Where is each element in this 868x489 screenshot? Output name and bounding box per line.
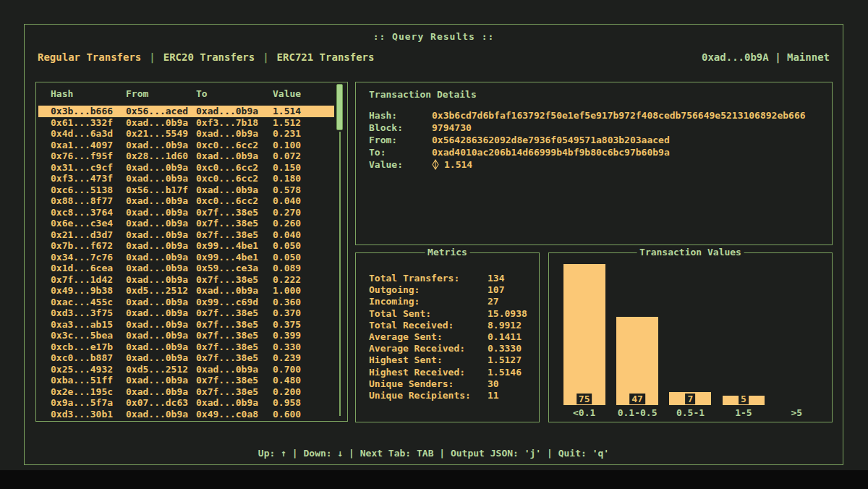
table-cell: 0x31...c9cf [51, 162, 113, 174]
histogram-bar: 5 [723, 396, 765, 405]
table-cell: 0.239 [273, 352, 301, 364]
table-cell: 0x28...1d60 [126, 150, 188, 162]
table-cell: 0x7f...38e5 [196, 375, 258, 386]
table-row[interactable]: 0xba...51ff0xad...0b9a0x7f...38e50.480 [38, 375, 334, 386]
table-row[interactable]: 0xa1...40970xad...0b9a0xc0...6cc20.100 [38, 140, 334, 151]
table-row[interactable]: 0x34...7c760xad...0b9a0x99...4be10.050 [38, 252, 334, 263]
details-field-label: From: [369, 134, 432, 146]
tab-bar: Regular Transfers|ERC20 Transfers|ERC721… [38, 51, 830, 63]
table-cell: 0xac...455c [51, 297, 113, 308]
table-row[interactable]: 0x61...332f0xad...0b9a0xf3...7b181.512 [38, 117, 334, 129]
table-cell: 0xad...0b9a [126, 330, 188, 341]
scrollbar[interactable] [336, 84, 344, 416]
histogram-bar-value: 5 [739, 394, 749, 404]
table-cell: 0xc8...3764 [51, 207, 113, 218]
tab-erc20-transfers[interactable]: ERC20 Transfers [163, 51, 255, 63]
table-cell: 0.231 [273, 128, 301, 140]
metric-label: Incoming: [369, 296, 488, 307]
table-row[interactable]: 0xac...455c0xad...0b9a0x99...c69d0.360 [38, 297, 334, 308]
transfers-table-panel: Hash From To Value 0x3b...b6660x56...ace… [35, 82, 348, 422]
table-cell: 0x7f...38e5 [196, 341, 258, 353]
metric-row: Total Sent:15.0938 [369, 308, 533, 320]
table-cell: 0x2e...195c [51, 386, 113, 398]
table-row[interactable]: 0xd3...30b10xad...0b9a0x49...c0a80.600 [38, 409, 334, 420]
table-cell: 0.222 [273, 274, 301, 286]
table-row[interactable]: 0x1d...6cea0xad...0b9a0x59...ce3a0.089 [38, 263, 334, 274]
table-row[interactable]: 0x3b...b6660x56...aced0xad...0b9a1.514 [38, 106, 334, 117]
table-row[interactable]: 0xa3...ab150xad...0b9a0x7f...38e50.375 [38, 319, 334, 331]
page-title: :: Query Results :: [25, 31, 843, 42]
table-cell: 0.700 [273, 364, 301, 375]
table-cell: 0x7f...38e5 [196, 386, 258, 398]
metric-value: 0.1411 [488, 331, 522, 343]
table-row[interactable]: 0x3c...5bea0xad...0b9a0x7f...38e50.399 [38, 330, 334, 341]
table-cell: 0xad...0b9a [196, 285, 258, 297]
table-cell: 0.480 [273, 375, 301, 386]
metric-row: Unique Recipients:11 [369, 390, 533, 401]
table-cell: 0.370 [273, 307, 301, 319]
histogram-x-labels: <0.10.1-0.50.5-11-5>5 [558, 407, 823, 418]
table-row[interactable]: 0x88...8f770xad...0b9a0xc0...6cc20.040 [38, 195, 334, 207]
metric-value: 107 [488, 284, 504, 296]
table-row[interactable]: 0x7f...1d420xad...0b9a0x7f...38e50.222 [38, 274, 334, 286]
table-row[interactable]: 0x6e...c3e40xad...0b9a0x7f...38e50.260 [38, 218, 334, 229]
metric-label: Highest Sent: [369, 354, 488, 366]
table-cell: 1.514 [273, 106, 301, 117]
metrics-title: Metrics [425, 247, 470, 258]
table-row[interactable]: 0xc8...37640xad...0b9a0x7f...38e50.270 [38, 207, 334, 218]
table-row[interactable]: 0x2e...195c0xad...0b9a0x7f...38e50.200 [38, 386, 334, 398]
table-cell: 0xad...0b9a [196, 184, 258, 196]
tab-erc721-transfers[interactable]: ERC721 Transfers [277, 51, 375, 63]
scrollbar-thumb[interactable] [336, 84, 343, 130]
details-field-label: To: [369, 146, 432, 158]
table-cell: 0.089 [273, 263, 301, 274]
histogram-bar-value: 7 [686, 394, 696, 404]
metric-label: Average Received: [369, 343, 488, 354]
table-cell: 0.578 [273, 184, 301, 196]
table-row[interactable]: 0x76...f95f0x28...1d600xad...0b9a0.072 [38, 150, 334, 162]
histogram-slot: 75 [558, 265, 610, 405]
table-cell: 0xad...0b9a [126, 297, 188, 308]
table-cell: 0xf3...7b18 [196, 117, 258, 129]
details-field-value: 0x3b6cd7d6bfaf163792f50e1ef5e917b972f408… [432, 109, 806, 122]
table-row[interactable]: 0x25...49320xd5...25120xad...0b9a0.700 [38, 364, 334, 375]
table-cell: 0.399 [273, 330, 301, 341]
metric-row: Unique Senders:30 [369, 378, 533, 390]
details-title: Transaction Details [369, 89, 477, 100]
histogram-x-tick-label: 0.5-1 [664, 407, 717, 418]
table-row[interactable]: 0x7b...f6720xad...0b9a0x99...4be10.050 [38, 240, 334, 252]
table-row[interactable]: 0xcb...e17b0xad...0b9a0x7f...38e50.330 [38, 341, 334, 353]
table-row[interactable]: 0xc6...51380x56...b17f0xad...0b9a0.578 [38, 184, 334, 196]
table-row[interactable]: 0x49...9b380xd5...25120xad...0b9a1.000 [38, 285, 334, 297]
table-row[interactable]: 0xd3...3f750xad...0b9a0x7f...38e50.370 [38, 307, 334, 319]
table-cell: 0.150 [273, 162, 301, 174]
table-cell: 0x7f...38e5 [196, 307, 258, 319]
table-row[interactable]: 0x21...d3d70xad...0b9a0x7f...38e50.040 [38, 229, 334, 241]
table-cell: 0xad...0b9a [196, 397, 258, 409]
histogram-bar-value: 75 [576, 394, 592, 404]
table-cell: 0.040 [273, 229, 301, 241]
table-row[interactable]: 0xc0...b8870xad...0b9a0x7f...38e50.239 [38, 352, 334, 364]
table-row[interactable]: 0x31...c9cf0xad...0b9a0xc0...6cc20.150 [38, 162, 334, 174]
table-cell: 0.600 [273, 409, 301, 420]
table-cell: 0xad...0b9a [126, 263, 188, 274]
table-cell: 0xad...0b9a [196, 150, 258, 162]
table-cell: 0x1d...6cea [51, 263, 113, 274]
table-cell: 0x4d...6a3d [51, 128, 113, 140]
table-cell: 0x7f...38e5 [196, 352, 258, 364]
table-cell: 0xad...0b9a [196, 128, 258, 140]
details-field-label: Value: [369, 158, 432, 171]
table-cell: 0x88...8f77 [51, 195, 113, 207]
table-cell: 0xad...0b9a [126, 409, 188, 420]
tab-regular-transfers[interactable]: Regular Transfers [38, 51, 141, 63]
table-row[interactable]: 0x4d...6a3d0x21...55490xad...0b9a0.231 [38, 128, 334, 140]
table-cell: 0xba...51ff [51, 375, 113, 386]
metric-row: Total Transfers:134 [369, 273, 533, 284]
table-row[interactable]: 0xf3...473f0xad...0b9a0xc0...6cc20.180 [38, 173, 334, 184]
table-row[interactable]: 0x9a...5f7a0x07...dc630xad...0b9a0.958 [38, 397, 334, 409]
histogram-x-tick-label: 0.1-0.5 [610, 407, 663, 418]
table-cell: 0xad...0b9a [126, 195, 188, 207]
table-cell: 0xa3...ab15 [51, 319, 113, 331]
column-header-to: To [196, 88, 208, 99]
metric-label: Total Sent: [369, 308, 488, 320]
